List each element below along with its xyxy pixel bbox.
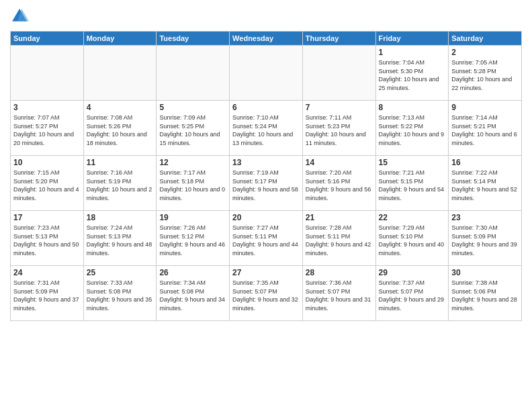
day-number: 24 — [13, 268, 81, 277]
calendar-cell: 1Sunrise: 7:04 AM Sunset: 5:30 PM Daylig… — [375, 46, 449, 101]
calendar-cell: 21Sunrise: 7:28 AM Sunset: 5:11 PM Dayli… — [302, 211, 375, 266]
calendar-cell: 3Sunrise: 7:07 AM Sunset: 5:27 PM Daylig… — [11, 101, 84, 156]
day-number: 28 — [306, 268, 373, 277]
logo — [10, 7, 32, 26]
week-row-4: 17Sunrise: 7:23 AM Sunset: 5:13 PM Dayli… — [11, 211, 522, 266]
day-number: 5 — [159, 103, 226, 112]
calendar-cell: 14Sunrise: 7:20 AM Sunset: 5:16 PM Dayli… — [302, 156, 375, 211]
calendar-cell: 25Sunrise: 7:33 AM Sunset: 5:08 PM Dayli… — [83, 266, 157, 321]
day-info: Sunrise: 7:09 AM Sunset: 5:25 PM Dayligh… — [159, 113, 226, 147]
calendar: SundayMondayTuesdayWednesdayThursdayFrid… — [10, 31, 522, 321]
day-info: Sunrise: 7:38 AM Sunset: 5:06 PM Dayligh… — [451, 279, 519, 312]
weekday-header-saturday: Saturday — [449, 32, 522, 46]
calendar-cell — [230, 46, 303, 101]
calendar-cell: 22Sunrise: 7:29 AM Sunset: 5:10 PM Dayli… — [375, 211, 449, 266]
day-number: 4 — [87, 103, 154, 112]
day-info: Sunrise: 7:26 AM Sunset: 5:12 PM Dayligh… — [159, 224, 226, 257]
calendar-cell: 8Sunrise: 7:13 AM Sunset: 5:22 PM Daylig… — [375, 101, 449, 156]
day-number: 2 — [451, 48, 519, 57]
calendar-cell: 18Sunrise: 7:24 AM Sunset: 5:13 PM Dayli… — [83, 211, 157, 266]
day-info: Sunrise: 7:37 AM Sunset: 5:07 PM Dayligh… — [379, 279, 446, 312]
calendar-cell — [11, 46, 84, 101]
day-number: 15 — [379, 158, 446, 167]
calendar-cell: 20Sunrise: 7:27 AM Sunset: 5:11 PM Dayli… — [230, 211, 303, 266]
day-info: Sunrise: 7:29 AM Sunset: 5:10 PM Dayligh… — [379, 224, 446, 257]
day-number: 16 — [451, 158, 519, 167]
day-number: 25 — [87, 268, 154, 277]
day-info: Sunrise: 7:17 AM Sunset: 5:18 PM Dayligh… — [159, 169, 226, 202]
day-number: 18 — [87, 213, 154, 222]
day-info: Sunrise: 7:20 AM Sunset: 5:16 PM Dayligh… — [306, 169, 373, 202]
day-info: Sunrise: 7:10 AM Sunset: 5:24 PM Dayligh… — [232, 113, 300, 147]
day-number: 30 — [451, 268, 519, 277]
day-info: Sunrise: 7:16 AM Sunset: 5:19 PM Dayligh… — [87, 169, 154, 202]
page-header — [10, 7, 522, 26]
day-info: Sunrise: 7:24 AM Sunset: 5:13 PM Dayligh… — [87, 224, 154, 257]
day-info: Sunrise: 7:34 AM Sunset: 5:08 PM Dayligh… — [159, 279, 226, 312]
calendar-cell: 26Sunrise: 7:34 AM Sunset: 5:08 PM Dayli… — [157, 266, 230, 321]
day-number: 7 — [306, 103, 373, 112]
day-number: 11 — [87, 158, 154, 167]
calendar-cell — [302, 46, 375, 101]
day-number: 29 — [379, 268, 446, 277]
weekday-header-monday: Monday — [83, 32, 157, 46]
day-number: 19 — [159, 213, 226, 222]
calendar-cell: 10Sunrise: 7:15 AM Sunset: 5:20 PM Dayli… — [11, 156, 84, 211]
calendar-cell: 4Sunrise: 7:08 AM Sunset: 5:26 PM Daylig… — [83, 101, 157, 156]
day-number: 8 — [379, 103, 446, 112]
day-number: 21 — [306, 213, 373, 222]
calendar-cell: 24Sunrise: 7:31 AM Sunset: 5:09 PM Dayli… — [11, 266, 84, 321]
day-number: 10 — [13, 158, 81, 167]
calendar-cell: 12Sunrise: 7:17 AM Sunset: 5:18 PM Dayli… — [157, 156, 230, 211]
day-info: Sunrise: 7:30 AM Sunset: 5:09 PM Dayligh… — [451, 224, 519, 257]
calendar-cell: 13Sunrise: 7:19 AM Sunset: 5:17 PM Dayli… — [230, 156, 303, 211]
calendar-cell: 6Sunrise: 7:10 AM Sunset: 5:24 PM Daylig… — [230, 101, 303, 156]
day-number: 6 — [232, 103, 300, 112]
day-number: 14 — [306, 158, 373, 167]
calendar-cell: 17Sunrise: 7:23 AM Sunset: 5:13 PM Dayli… — [11, 211, 84, 266]
calendar-cell: 2Sunrise: 7:05 AM Sunset: 5:28 PM Daylig… — [449, 46, 522, 101]
day-number: 23 — [451, 213, 519, 222]
calendar-cell: 11Sunrise: 7:16 AM Sunset: 5:19 PM Dayli… — [83, 156, 157, 211]
week-row-2: 3Sunrise: 7:07 AM Sunset: 5:27 PM Daylig… — [11, 101, 522, 156]
day-info: Sunrise: 7:15 AM Sunset: 5:20 PM Dayligh… — [13, 169, 81, 202]
calendar-cell: 16Sunrise: 7:22 AM Sunset: 5:14 PM Dayli… — [449, 156, 522, 211]
day-info: Sunrise: 7:35 AM Sunset: 5:07 PM Dayligh… — [232, 279, 300, 312]
day-info: Sunrise: 7:07 AM Sunset: 5:27 PM Dayligh… — [13, 113, 81, 147]
day-info: Sunrise: 7:14 AM Sunset: 5:21 PM Dayligh… — [451, 113, 519, 147]
day-number: 27 — [232, 268, 300, 277]
day-info: Sunrise: 7:22 AM Sunset: 5:14 PM Dayligh… — [451, 169, 519, 202]
day-info: Sunrise: 7:13 AM Sunset: 5:22 PM Dayligh… — [379, 113, 446, 147]
day-number: 17 — [13, 213, 81, 222]
day-info: Sunrise: 7:31 AM Sunset: 5:09 PM Dayligh… — [13, 279, 81, 312]
calendar-cell: 27Sunrise: 7:35 AM Sunset: 5:07 PM Dayli… — [230, 266, 303, 321]
week-row-1: 1Sunrise: 7:04 AM Sunset: 5:30 PM Daylig… — [11, 46, 522, 101]
week-row-5: 24Sunrise: 7:31 AM Sunset: 5:09 PM Dayli… — [11, 266, 522, 321]
day-info: Sunrise: 7:05 AM Sunset: 5:28 PM Dayligh… — [451, 58, 519, 92]
calendar-cell — [83, 46, 157, 101]
weekday-header-sunday: Sunday — [11, 32, 84, 46]
day-number: 22 — [379, 213, 446, 222]
calendar-cell: 7Sunrise: 7:11 AM Sunset: 5:23 PM Daylig… — [302, 101, 375, 156]
weekday-header-thursday: Thursday — [302, 32, 375, 46]
day-info: Sunrise: 7:21 AM Sunset: 5:15 PM Dayligh… — [379, 169, 446, 202]
day-info: Sunrise: 7:33 AM Sunset: 5:08 PM Dayligh… — [87, 279, 154, 312]
calendar-cell: 15Sunrise: 7:21 AM Sunset: 5:15 PM Dayli… — [375, 156, 449, 211]
calendar-cell: 30Sunrise: 7:38 AM Sunset: 5:06 PM Dayli… — [449, 266, 522, 321]
calendar-cell — [157, 46, 230, 101]
calendar-cell: 5Sunrise: 7:09 AM Sunset: 5:25 PM Daylig… — [157, 101, 230, 156]
day-number: 13 — [232, 158, 300, 167]
day-info: Sunrise: 7:08 AM Sunset: 5:26 PM Dayligh… — [87, 113, 154, 147]
weekday-header-row: SundayMondayTuesdayWednesdayThursdayFrid… — [11, 32, 522, 46]
week-row-3: 10Sunrise: 7:15 AM Sunset: 5:20 PM Dayli… — [11, 156, 522, 211]
day-number: 20 — [232, 213, 300, 222]
day-info: Sunrise: 7:36 AM Sunset: 5:07 PM Dayligh… — [306, 279, 373, 312]
day-number: 12 — [159, 158, 226, 167]
calendar-cell: 29Sunrise: 7:37 AM Sunset: 5:07 PM Dayli… — [375, 266, 449, 321]
day-info: Sunrise: 7:19 AM Sunset: 5:17 PM Dayligh… — [232, 169, 300, 202]
calendar-cell: 28Sunrise: 7:36 AM Sunset: 5:07 PM Dayli… — [302, 266, 375, 321]
weekday-header-tuesday: Tuesday — [157, 32, 230, 46]
weekday-header-wednesday: Wednesday — [230, 32, 303, 46]
day-number: 3 — [13, 103, 81, 112]
weekday-header-friday: Friday — [375, 32, 449, 46]
